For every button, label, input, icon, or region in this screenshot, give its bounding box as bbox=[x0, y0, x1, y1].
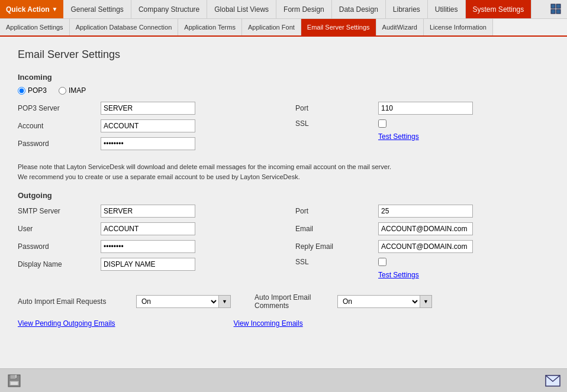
auto-import-requests-select-wrapper: On Off ▼ bbox=[136, 295, 231, 308]
quick-action-label: Quick Action bbox=[6, 5, 50, 14]
email-input[interactable] bbox=[378, 222, 473, 235]
smtp-server-row: SMTP Server bbox=[18, 205, 272, 218]
outgoing-ssl-checkbox[interactable] bbox=[378, 258, 386, 266]
svg-rect-0 bbox=[551, 4, 555, 8]
auto-import-comments-select-wrapper: On Off ▼ bbox=[337, 295, 432, 308]
svg-rect-8 bbox=[11, 382, 18, 385]
subnav-auditwizard[interactable]: AuditWizard bbox=[376, 19, 424, 35]
svg-rect-6 bbox=[15, 375, 17, 378]
view-incoming-emails-link[interactable]: View Incoming Emails bbox=[234, 319, 303, 328]
ssl-row: SSL bbox=[295, 119, 549, 128]
outgoing-password-label: Password bbox=[18, 242, 101, 251]
display-name-row: Display Name bbox=[18, 258, 272, 271]
imap-radio-label[interactable]: IMAP bbox=[59, 86, 86, 95]
auto-import-email-comments-label: Auto Import Email Comments bbox=[254, 293, 326, 310]
save-button[interactable] bbox=[6, 372, 22, 389]
outgoing-right-col: Port Email Reply Email SSL Test S bbox=[295, 205, 549, 284]
page-title: Email Server Settings bbox=[18, 48, 549, 61]
outgoing-password-row: Password bbox=[18, 240, 272, 253]
account-label: Account bbox=[18, 122, 101, 130]
incoming-password-input[interactable] bbox=[101, 137, 195, 150]
outgoing-left-col: SMTP Server User Password Display Name bbox=[18, 205, 272, 284]
auto-import-email-requests-label: Auto Import Email Requests bbox=[18, 297, 124, 306]
email-footer-icon bbox=[545, 375, 560, 387]
test-settings-link[interactable]: Test Settings bbox=[378, 132, 419, 141]
pop3-server-label: POP3 Server bbox=[18, 104, 101, 112]
nav-libraries[interactable]: Libraries bbox=[386, 0, 428, 18]
smtp-server-label: SMTP Server bbox=[18, 207, 101, 215]
nav-system-settings[interactable]: System Settings bbox=[466, 0, 532, 18]
port-row: Port bbox=[295, 102, 549, 115]
quick-action-arrow-icon: ▼ bbox=[52, 6, 58, 12]
nav-form-design[interactable]: Form Design bbox=[276, 0, 332, 18]
nav-data-design[interactable]: Data Design bbox=[332, 0, 386, 18]
outgoing-section-title: Outgoing bbox=[18, 191, 549, 200]
reply-email-row: Reply Email bbox=[295, 240, 549, 253]
email-footer-button[interactable] bbox=[545, 372, 561, 389]
reply-email-label: Reply Email bbox=[295, 242, 378, 251]
subnav-email-server-settings[interactable]: Email Server Settings bbox=[301, 19, 376, 35]
footer bbox=[0, 368, 567, 392]
subnav-license-information[interactable]: License Information bbox=[424, 19, 493, 35]
email-row: Email bbox=[295, 222, 549, 235]
pop3-radio-label[interactable]: POP3 bbox=[18, 86, 47, 95]
incoming-right-col: Port SSL Test Settings bbox=[295, 102, 549, 155]
ssl-checkbox[interactable] bbox=[378, 119, 386, 128]
outgoing-ssl-row: SSL bbox=[295, 258, 549, 266]
account-row: Account bbox=[18, 119, 272, 132]
svg-rect-5 bbox=[10, 375, 16, 379]
pop3-server-row: POP3 Server bbox=[18, 102, 272, 115]
display-name-input[interactable] bbox=[101, 258, 195, 271]
subnav-application-settings[interactable]: Application Settings bbox=[0, 19, 70, 35]
port-label: Port bbox=[295, 104, 378, 112]
ssl-label: SSL bbox=[295, 119, 378, 128]
svg-rect-3 bbox=[556, 9, 560, 14]
incoming-password-row: Password bbox=[18, 137, 272, 150]
auto-import-comments-select[interactable]: On Off bbox=[338, 296, 420, 307]
grid-icon bbox=[550, 4, 562, 15]
pop3-radio[interactable] bbox=[18, 87, 25, 95]
display-name-label: Display Name bbox=[18, 260, 101, 268]
account-input[interactable] bbox=[101, 119, 195, 132]
reply-email-input[interactable] bbox=[378, 240, 473, 253]
auto-import-requests-select-arrow[interactable]: ▼ bbox=[218, 296, 230, 307]
imap-radio[interactable] bbox=[59, 87, 66, 95]
quick-action-button[interactable]: Quick Action ▼ bbox=[0, 0, 63, 18]
port-input[interactable] bbox=[378, 102, 473, 115]
sub-navigation: Application Settings Application Databas… bbox=[0, 19, 567, 37]
outgoing-test-settings-row: Test Settings bbox=[295, 271, 549, 279]
nav-company-structure[interactable]: Company Structure bbox=[131, 0, 207, 18]
auto-import-requests-select[interactable]: On Off bbox=[137, 296, 218, 307]
outgoing-password-input[interactable] bbox=[101, 240, 195, 253]
outgoing-port-input[interactable] bbox=[378, 205, 473, 218]
nav-grid-icon[interactable] bbox=[546, 0, 567, 18]
outgoing-port-label: Port bbox=[295, 207, 378, 215]
subnav-application-database-connection[interactable]: Application Database Connection bbox=[70, 19, 179, 35]
incoming-section-title: Incoming bbox=[18, 73, 549, 82]
auto-import-comments-select-arrow[interactable]: ▼ bbox=[420, 296, 431, 307]
subnav-application-font[interactable]: Application Font bbox=[242, 19, 301, 35]
subnav-application-terms[interactable]: Application Terms bbox=[178, 19, 242, 35]
incoming-password-label: Password bbox=[18, 140, 101, 148]
main-content-area: Email Server Settings Incoming POP3 IMAP… bbox=[0, 37, 567, 368]
user-input[interactable] bbox=[101, 222, 195, 235]
incoming-left-col: POP3 Server Account Password bbox=[18, 102, 272, 155]
svg-rect-2 bbox=[551, 9, 555, 14]
smtp-server-input[interactable] bbox=[101, 205, 195, 218]
email-label: Email bbox=[295, 225, 378, 233]
floppy-disk-icon bbox=[7, 374, 21, 388]
view-pending-outgoing-link[interactable]: View Pending Outgoing Emails bbox=[18, 319, 115, 328]
auto-import-row: Auto Import Email Requests On Off ▼ Auto… bbox=[18, 293, 549, 310]
incoming-form: POP3 Server Account Password Port bbox=[18, 102, 549, 155]
user-row: User bbox=[18, 222, 272, 235]
outgoing-test-settings-link[interactable]: Test Settings bbox=[378, 271, 419, 279]
nav-general-settings[interactable]: General Settings bbox=[63, 0, 131, 18]
outgoing-section: Outgoing SMTP Server User Password Displ… bbox=[18, 191, 549, 284]
pop3-server-input[interactable] bbox=[101, 102, 195, 115]
nav-utilities[interactable]: Utilities bbox=[428, 0, 466, 18]
svg-rect-1 bbox=[556, 4, 560, 8]
test-settings-row: Test Settings bbox=[295, 132, 549, 141]
nav-global-list-views[interactable]: Global List Views bbox=[207, 0, 276, 18]
outgoing-port-row: Port bbox=[295, 205, 549, 218]
protocol-radio-group: POP3 IMAP bbox=[18, 86, 549, 95]
